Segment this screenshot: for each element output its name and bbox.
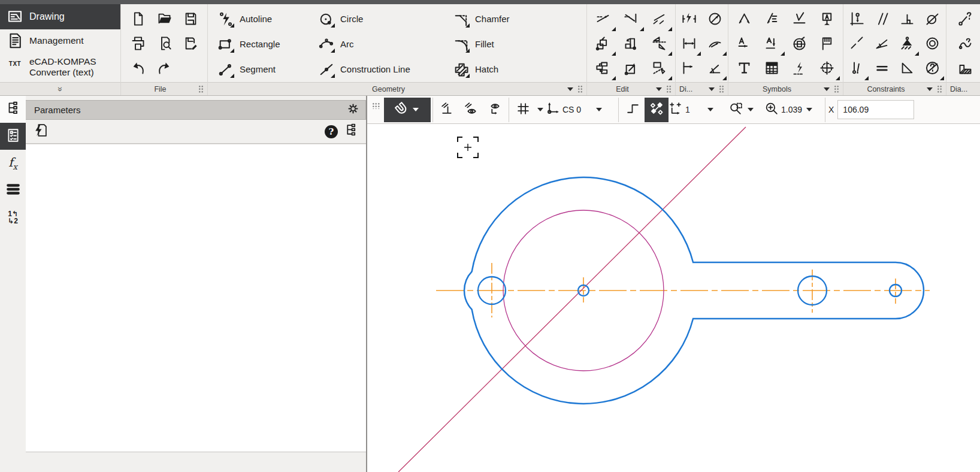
variables-button[interactable]: fx — [0, 150, 26, 177]
gear-icon[interactable] — [347, 102, 359, 117]
equal-button[interactable] — [870, 57, 895, 81]
point-info-button[interactable] — [951, 8, 979, 32]
tangent-button[interactable] — [920, 8, 945, 32]
text-button[interactable] — [731, 57, 758, 81]
symmetry-button[interactable] — [895, 57, 920, 81]
bolt-document-icon[interactable] — [33, 123, 48, 140]
perpendicular-button[interactable] — [895, 8, 920, 32]
style-question-button[interactable] — [920, 57, 945, 81]
drawing-tree-button[interactable] — [0, 96, 26, 123]
segment-tool[interactable]: Segment — [216, 57, 317, 82]
tabs-collapse-bar[interactable]: » — [0, 82, 120, 95]
leader-callout-button[interactable] — [758, 8, 786, 32]
edit-section-grip[interactable] — [666, 85, 672, 93]
angular-dimension-button[interactable] — [702, 57, 728, 81]
hatch-tool[interactable]: Hatch — [452, 57, 548, 82]
curve-info-button[interactable] — [951, 32, 979, 57]
deform-button[interactable] — [645, 57, 673, 81]
weld-button[interactable] — [786, 57, 813, 81]
center-mark-button[interactable] — [813, 57, 841, 81]
snap-parallel-button[interactable] — [435, 98, 459, 122]
grid-button[interactable] — [511, 98, 535, 122]
align-point-button[interactable] — [845, 8, 870, 32]
circle-tool[interactable]: Circle — [317, 7, 452, 32]
rectangle-tool[interactable]: Rectangle — [216, 32, 317, 57]
fillet-tool[interactable]: Fillet — [452, 32, 548, 57]
print-button[interactable] — [125, 32, 151, 57]
dimensions-section-expander[interactable] — [709, 87, 715, 91]
coord-x-field[interactable]: 106.09 — [837, 100, 914, 119]
area-info-button[interactable] — [951, 57, 979, 81]
construction-line-tool[interactable]: Construction Line — [317, 57, 452, 82]
trim-button[interactable] — [589, 8, 617, 32]
undo-button[interactable] — [125, 57, 151, 81]
collinear-button[interactable] — [845, 32, 870, 57]
save-as-button[interactable] — [177, 32, 204, 57]
tab-ecad-converter[interactable]: TXT eCAD-KOMPAS Converter (text) — [0, 52, 120, 82]
help-icon[interactable]: ? — [325, 125, 338, 138]
move-button[interactable] — [589, 32, 617, 57]
view-arrow-button[interactable] — [813, 32, 841, 57]
file-section-grip[interactable] — [198, 85, 204, 93]
parameters-content[interactable] — [26, 144, 366, 452]
geometry-section-grip[interactable] — [577, 85, 583, 93]
radial-dimension-button[interactable] — [702, 32, 728, 57]
symbols-section-grip[interactable] — [834, 85, 839, 93]
dimensions-section-grip[interactable] — [719, 85, 724, 93]
roughness-button[interactable] — [786, 8, 813, 32]
new-document-button[interactable] — [125, 8, 151, 32]
constraints-section-expander[interactable] — [927, 87, 933, 91]
rounding-button[interactable] — [645, 98, 669, 122]
zoom-area-button[interactable] — [728, 98, 756, 122]
scale-button[interactable] — [617, 57, 645, 81]
redo-button[interactable] — [151, 57, 177, 81]
layer-selector[interactable]: 1 — [669, 98, 728, 122]
diameter-dimension-button[interactable] — [702, 8, 728, 32]
layers-button[interactable] — [0, 177, 26, 204]
edit-section-expander[interactable] — [656, 87, 662, 91]
parallel-button[interactable] — [870, 8, 895, 32]
print-preview-button[interactable] — [151, 32, 177, 57]
linear-dimension-button[interactable] — [676, 32, 702, 57]
split-button[interactable] — [617, 8, 645, 32]
grid-dropdown-icon[interactable] — [537, 108, 543, 111]
change-order-button[interactable]: 1↰↳2 — [0, 204, 26, 231]
concentric-button[interactable] — [920, 32, 945, 57]
chamfer-tool[interactable]: Chamfer — [452, 7, 548, 32]
datum-target-button[interactable] — [786, 32, 813, 57]
arc-tool[interactable]: Arc — [317, 32, 452, 57]
tab-management[interactable]: Management — [0, 29, 120, 52]
mirror-button[interactable] — [645, 32, 673, 57]
ortho-drawing-button[interactable] — [621, 98, 645, 122]
leader-button[interactable] — [731, 8, 758, 32]
point-on-curve-button[interactable] — [845, 57, 870, 81]
snaps-button[interactable] — [384, 98, 431, 122]
open-document-button[interactable] — [151, 8, 177, 32]
break-button[interactable] — [645, 8, 673, 32]
zoom-scale-control[interactable]: 1.039 — [756, 98, 823, 122]
text-leader-button[interactable] — [731, 32, 758, 57]
table-button[interactable] — [758, 57, 786, 81]
rotate-button[interactable] — [617, 32, 645, 57]
save-button[interactable] — [177, 8, 204, 32]
datum-frame-button[interactable] — [813, 8, 841, 32]
tree-small-icon[interactable] — [344, 123, 359, 140]
autoline-tool[interactable]: Autoline — [216, 7, 317, 32]
copy-button[interactable] — [589, 57, 617, 81]
window-top-strip — [0, 0, 980, 4]
toolbar-grip[interactable] — [372, 102, 380, 109]
auto-dimension-button[interactable] — [676, 8, 702, 32]
coordinate-system-selector[interactable]: CS 0 — [546, 98, 616, 122]
angle-constraint-button[interactable] — [870, 32, 895, 57]
datum-dimension-button[interactable] — [676, 57, 702, 81]
drawing-canvas[interactable] — [367, 124, 980, 472]
show-constraints-button[interactable] — [459, 98, 483, 122]
text-down-leader-button[interactable] — [758, 32, 786, 57]
constraints-section-grip[interactable] — [937, 85, 942, 93]
show-dof-button[interactable] — [483, 98, 507, 122]
tab-drawing[interactable]: Drawing — [0, 4, 120, 29]
parameters-panel-button[interactable] — [0, 123, 26, 150]
geometry-section-expander[interactable] — [567, 87, 573, 91]
fix-button[interactable] — [895, 32, 920, 57]
symbols-section-expander[interactable] — [824, 87, 830, 91]
